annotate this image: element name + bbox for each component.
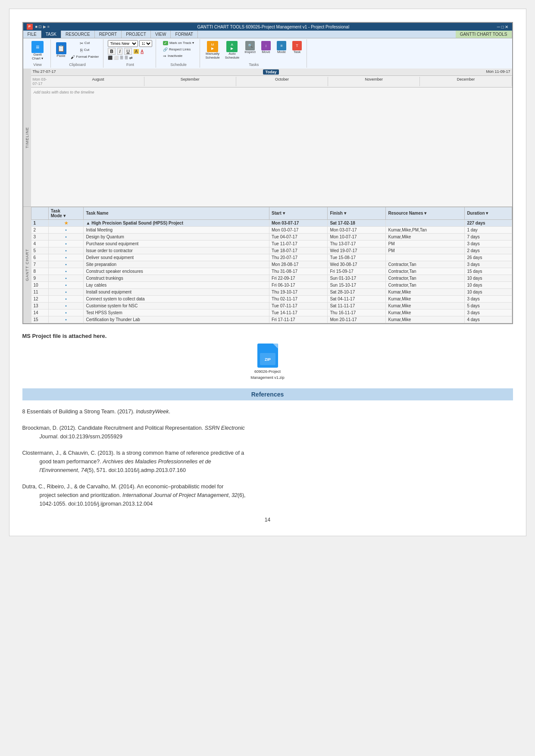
row-duration: 4 days bbox=[465, 316, 512, 323]
row-finish: Sun 15-10-17 bbox=[328, 281, 386, 288]
table-row: 1 ★ ▲ High Precision Spatial Sound (HPSS… bbox=[31, 219, 512, 226]
ribbon-tab-view[interactable]: VIEW bbox=[151, 31, 171, 38]
mode-btn[interactable]: ≡ Mode bbox=[275, 40, 288, 55]
project-screenshot: P ■ ⊡ ▶ ≡ GANTTI CHART TOOLS 609026-Proj… bbox=[22, 22, 513, 324]
ribbon-content: ≡ GanttChart ▾ View 📋 Paste bbox=[23, 38, 512, 69]
row-duration: 3 days bbox=[465, 295, 512, 302]
row-taskname: Construct trunkings bbox=[84, 275, 269, 281]
inspect-btn[interactable]: 🔍 Inspect bbox=[243, 40, 257, 55]
row-finish: Thu 13-07-17 bbox=[328, 240, 386, 247]
cut-btn[interactable]: ✂ Cut bbox=[69, 40, 101, 47]
gantt-chart-label: GANTT CHART bbox=[23, 207, 31, 323]
table-row: 8 ▪ Construct speaker enclosures Thu 31-… bbox=[31, 268, 512, 275]
col-header-start[interactable]: Start ▾ bbox=[269, 207, 328, 219]
table-row: 2 ▪ Initial Meeting Mon 03-07-17 Mon 03-… bbox=[31, 226, 512, 233]
row-resource: Contractor,Tan bbox=[386, 261, 465, 268]
row-id: 4 bbox=[31, 240, 48, 247]
inactivate-btn[interactable]: ⇒ Inactivate bbox=[161, 53, 184, 59]
row-id: 14 bbox=[31, 309, 48, 316]
move-btn[interactable]: ↕ Move bbox=[259, 40, 273, 55]
ref4-text: Dutra, C., Ribeiro, J., & de Carvalho, M… bbox=[22, 484, 224, 490]
auto-schedule-btn[interactable]: A▶ AutoSchedule bbox=[223, 40, 241, 61]
col-header-num[interactable] bbox=[31, 207, 48, 219]
respect-links-btn[interactable]: 🔗 Respect Links bbox=[161, 47, 192, 53]
row-start: Tue 14-11-17 bbox=[269, 309, 328, 316]
col-header-mode[interactable]: TaskMode ▾ bbox=[48, 207, 84, 219]
row-mode: ▪ bbox=[48, 288, 84, 295]
row-finish: Mon 10-07-17 bbox=[328, 233, 386, 240]
ribbon-group-view: ≡ GanttChart ▾ View bbox=[25, 39, 51, 68]
row-taskname: Design by Quantum bbox=[84, 233, 269, 240]
row-taskname: Purchase sound equipment bbox=[84, 240, 269, 247]
row-finish: Fri 15-09-17 bbox=[328, 268, 386, 275]
ribbon-tab-gantt-tools[interactable]: GANTTI CHART TOOLS bbox=[456, 31, 512, 38]
row-finish: Sat 28-10-17 bbox=[328, 288, 386, 295]
copy-btn[interactable]: ⎘ Cut bbox=[69, 47, 101, 53]
task-btn[interactable]: T Task bbox=[290, 40, 304, 55]
row-taskname: Lay cables bbox=[84, 281, 269, 288]
ribbon-tab-project[interactable]: PROJECT bbox=[122, 31, 151, 38]
ref2-indent: Journal. doi:10.2139/ssrn.2055929 bbox=[40, 432, 513, 441]
row-taskname: Test HPSS System bbox=[84, 309, 269, 316]
today-button[interactable]: Today bbox=[263, 69, 279, 75]
ribbon-tab-resource[interactable]: RESOURCE bbox=[61, 31, 95, 38]
page-number: 14 bbox=[22, 517, 513, 523]
paste-btn[interactable]: 📋 Paste bbox=[54, 41, 68, 59]
row-duration: 3 days bbox=[465, 240, 512, 247]
table-row: 6 ▪ Deliver sound equipment Thu 20-07-17… bbox=[31, 254, 512, 261]
table-row: 13 ▪ Customise system for NSC Tue 07-11-… bbox=[31, 302, 512, 309]
ribbon-tab-task[interactable]: TASK bbox=[41, 31, 61, 38]
font-name-select[interactable]: Times New Ro bbox=[108, 40, 138, 47]
row-duration: 3 days bbox=[465, 309, 512, 316]
row-finish: Mon 03-07-17 bbox=[328, 226, 386, 233]
row-finish: Sat 11-11-17 bbox=[328, 302, 386, 309]
timeline-month-sep: September bbox=[144, 77, 236, 86]
page-container: P ■ ⊡ ▶ ≡ GANTTI CHART TOOLS 609026-Proj… bbox=[9, 9, 526, 536]
row-start: Fri 22-09-17 bbox=[269, 275, 328, 281]
gantt-chart-btn[interactable]: ≡ GanttChart ▾ bbox=[30, 40, 45, 62]
ribbon-tab-report[interactable]: REPORT bbox=[95, 31, 122, 38]
col-header-resource[interactable]: Resource Names ▾ bbox=[386, 207, 465, 219]
italic-btn[interactable]: I bbox=[117, 48, 123, 55]
row-duration: 227 days bbox=[465, 219, 512, 226]
row-taskname: Deliver sound equipment bbox=[84, 254, 269, 261]
manually-schedule-btn[interactable]: M▶ ManuallySchedule bbox=[203, 40, 221, 61]
timeline-header: Thu 27-07-17 Today Mon 11-09-17 bbox=[31, 69, 512, 76]
ref3-indent: good team performance?. Archives des Mal… bbox=[40, 457, 513, 466]
col-header-duration[interactable]: Duration ▾ bbox=[465, 207, 512, 219]
row-resource: Contractor,Tan bbox=[386, 275, 465, 281]
underline-btn[interactable]: U bbox=[124, 48, 131, 55]
bold-btn[interactable]: B bbox=[108, 48, 115, 55]
gantt-area: TIMELINE Thu 27-07-17 Today Mon 11-09-17… bbox=[23, 69, 512, 206]
row-mode: ▪ bbox=[48, 261, 84, 268]
references-header: References bbox=[22, 388, 513, 400]
ribbon-tab-file[interactable]: FILE bbox=[23, 31, 41, 38]
row-mode: ▪ bbox=[48, 254, 84, 261]
row-start: Mon 03-07-17 bbox=[269, 226, 328, 233]
ribbon-tab-format[interactable]: FORMAT bbox=[171, 31, 197, 38]
row-start: Thu 02-11-17 bbox=[269, 295, 328, 302]
row-start: Tue 18-07-17 bbox=[269, 247, 328, 254]
gantt-table-area: GANTT CHART TaskMode ▾ Task Name Start ▾… bbox=[23, 206, 512, 323]
ms-project-caption: MS Project file is attached here. bbox=[22, 333, 513, 339]
format-painter-btn[interactable]: 🖌 Format Painter bbox=[69, 54, 101, 60]
file-attachment[interactable]: ZIP 609026-Project Management v1.zip bbox=[250, 344, 285, 380]
col-header-taskname[interactable]: Task Name bbox=[84, 207, 269, 219]
row-finish: Wed 30-08-17 bbox=[328, 261, 386, 268]
row-resource: PM bbox=[386, 240, 465, 247]
row-finish: Thu 16-11-17 bbox=[328, 309, 386, 316]
mark-on-track-btn[interactable]: ✓ Mark on Track ▾ bbox=[161, 40, 196, 46]
row-resource bbox=[386, 254, 465, 261]
font-size-select[interactable]: 12 bbox=[139, 40, 152, 47]
file-icon: ZIP bbox=[257, 344, 278, 368]
row-start: Thu 20-07-17 bbox=[269, 254, 328, 261]
row-mode: ★ bbox=[48, 219, 84, 226]
col-header-finish[interactable]: Finish ▾ bbox=[328, 207, 386, 219]
row-resource: Kumar,Mike bbox=[386, 309, 465, 316]
row-resource: Kumar,Mike bbox=[386, 295, 465, 302]
row-duration: 1 day bbox=[465, 226, 512, 233]
row-resource: Contractor,Tan bbox=[386, 268, 465, 275]
row-taskname: Initial Meeting bbox=[84, 226, 269, 233]
timeline-month-aug: August bbox=[53, 77, 144, 86]
row-id: 9 bbox=[31, 275, 48, 281]
